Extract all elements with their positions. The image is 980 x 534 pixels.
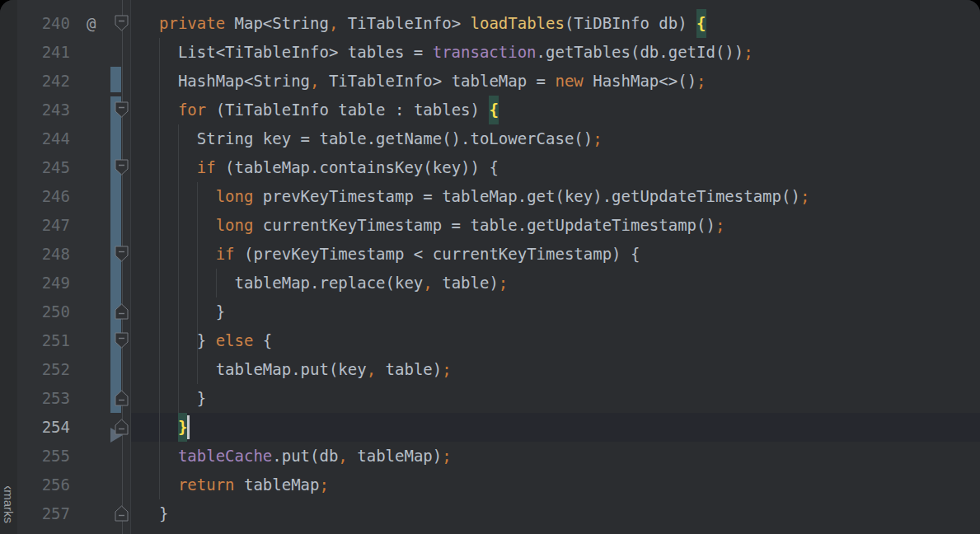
line-number-244[interactable]: 244 — [17, 124, 70, 153]
line-number-240[interactable]: 240 — [17, 9, 70, 38]
code-token: ; — [442, 447, 451, 465]
code-token: table) — [433, 274, 499, 292]
fold-start-icon[interactable] — [115, 332, 129, 349]
code-token: (TiDBInfo db) — [565, 14, 696, 32]
fold-start-icon[interactable] — [115, 101, 129, 118]
code-line-246[interactable]: long prevKeyTimestamp = tableMap.get(key… — [131, 182, 980, 211]
code-token: } — [159, 389, 206, 407]
code-token: ; — [696, 72, 706, 90]
line-number-253[interactable]: 253 — [17, 384, 70, 413]
code-token: List<TiTableInfo> tables = — [159, 43, 433, 61]
code-token: else — [216, 331, 254, 349]
code-token — [159, 245, 216, 263]
vcs-change-bar[interactable] — [110, 67, 121, 92]
fold-start-icon[interactable] — [115, 15, 129, 31]
code-token: (prevKeyTimestamp < currentKeyTimestamp)… — [235, 245, 640, 263]
fold-end-icon[interactable] — [115, 419, 129, 435]
code-token: String key = table.getName().toLowerCase… — [159, 129, 593, 148]
line-number-252[interactable]: 252 — [17, 355, 70, 384]
line-number-245[interactable]: 245 — [17, 153, 70, 182]
code-token: .put(db — [272, 447, 338, 465]
code-token: } — [159, 302, 225, 321]
code-line-255[interactable]: tableCache.put(db, tableMap); — [131, 442, 980, 471]
code-token — [159, 447, 178, 465]
line-number-251[interactable]: 251 — [17, 326, 70, 355]
code-token: , — [367, 360, 376, 378]
code-token: ; — [743, 43, 753, 61]
gutter-border — [130, 0, 131, 534]
code-line-250[interactable]: } — [131, 297, 980, 326]
code-line-245[interactable]: if (tableMap.containsKey(key)) { — [131, 153, 980, 182]
code-line-256[interactable]: return tableMap; — [131, 471, 980, 499]
code-token: ; — [499, 274, 508, 292]
code-token: prevKeyTimestamp = tableMap.get(key).get… — [253, 187, 799, 205]
line-number-254[interactable]: 254 — [17, 413, 70, 442]
line-number-241[interactable]: 241 — [17, 38, 70, 67]
code-line-257[interactable]: } — [131, 499, 980, 528]
code-token: long — [216, 187, 254, 205]
line-number-250[interactable]: 250 — [17, 297, 70, 326]
code-token: , — [329, 14, 338, 32]
code-token: ; — [442, 360, 451, 378]
code-token: long — [216, 216, 254, 234]
matched-brace: } — [178, 413, 187, 442]
code-line-253[interactable]: } — [131, 384, 980, 413]
code-token: HashMap<>() — [584, 72, 696, 90]
code-token — [159, 158, 197, 176]
code-line-249[interactable]: tableMap.replace(key, table); — [131, 269, 980, 297]
code-token: tableMap) — [348, 447, 442, 465]
code-token: (TiTableInfo table : tables) — [206, 101, 489, 119]
code-token: if — [197, 158, 216, 176]
code-token: , — [338, 447, 347, 465]
text-caret — [187, 415, 190, 439]
code-line-252[interactable]: tableMap.put(key, table); — [131, 355, 980, 384]
fold-end-icon[interactable] — [115, 505, 129, 522]
code-line-243[interactable]: for (TiTableInfo table : tables) { — [131, 96, 980, 124]
line-number-256[interactable]: 256 — [17, 471, 70, 499]
bookmarks-tool-button[interactable]: Bookmarks — [0, 486, 17, 534]
code-token: private — [159, 14, 225, 32]
fold-guide-line — [122, 0, 123, 534]
line-number-242[interactable]: 242 — [17, 67, 70, 96]
code-line-244[interactable]: String key = table.getName().toLowerCase… — [131, 124, 980, 153]
editor[interactable]: private Map<String, TiTableInfo> loadTab… — [131, 0, 980, 534]
code-token — [159, 418, 178, 436]
code-token: table) — [376, 360, 442, 378]
code-line-240[interactable]: private Map<String, TiTableInfo> loadTab… — [131, 9, 980, 38]
code-line-251[interactable]: } else { — [131, 326, 980, 355]
annotation-gutter-icon[interactable]: @ — [87, 9, 105, 38]
code-token: tableMap — [235, 475, 320, 494]
line-number-243[interactable]: 243 — [17, 96, 70, 124]
fold-start-icon[interactable] — [115, 159, 129, 176]
ide-editor-window: private Map<String, TiTableInfo> loadTab… — [0, 0, 980, 534]
fold-end-icon[interactable] — [115, 303, 129, 320]
line-number-248[interactable]: 248 — [17, 240, 70, 269]
line-number-249[interactable]: 249 — [17, 269, 70, 297]
code-token: HashMap<String — [159, 72, 310, 90]
code-token: , — [310, 72, 319, 90]
code-line-247[interactable]: long currentKeyTimestamp = table.getUpda… — [131, 211, 980, 240]
code-token: ; — [800, 187, 809, 205]
code-token — [159, 475, 178, 494]
fold-end-icon[interactable] — [115, 390, 129, 406]
code-token: tableMap.put(key — [159, 360, 367, 378]
code-token — [159, 187, 216, 205]
code-token: TiTableInfo> tableMap = — [319, 72, 555, 90]
code-token: loadTables — [471, 14, 565, 32]
code-token — [159, 216, 216, 234]
code-line-241[interactable]: List<TiTableInfo> tables = transaction.g… — [131, 38, 980, 67]
tool-window-stripe: Bookmarks — [0, 0, 17, 534]
gutter: 2402412422432442452462472482492502512522… — [17, 0, 130, 534]
line-number-247[interactable]: 247 — [17, 211, 70, 240]
line-number-257[interactable]: 257 — [17, 499, 70, 528]
code-token: tableMap.replace(key — [159, 274, 423, 292]
code-line-242[interactable]: HashMap<String, TiTableInfo> tableMap = … — [131, 67, 980, 96]
line-number-246[interactable]: 246 — [17, 182, 70, 211]
line-number-255[interactable]: 255 — [17, 442, 70, 471]
code-token: if — [216, 245, 235, 263]
matched-brace: { — [489, 96, 498, 124]
code-line-254[interactable]: } — [131, 413, 980, 442]
code-line-248[interactable]: if (prevKeyTimestamp < currentKeyTimesta… — [131, 240, 980, 269]
matched-brace: { — [696, 9, 706, 38]
fold-start-icon[interactable] — [115, 246, 129, 262]
